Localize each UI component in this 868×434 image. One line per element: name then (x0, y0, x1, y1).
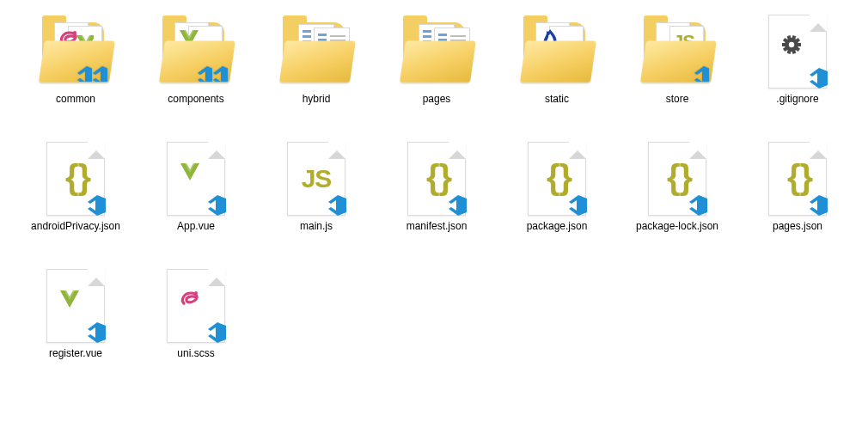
item-label: pages (385, 93, 488, 105)
file-icon (157, 266, 235, 345)
item-label: components (144, 93, 248, 105)
item-label: pages.json (746, 220, 849, 232)
vscode-badge-icon (205, 193, 228, 218)
item-label: package-lock.json (626, 220, 729, 232)
item-label: androidPrivacy.json (24, 220, 127, 232)
svg-point-12 (789, 41, 794, 46)
item-label: store (626, 93, 729, 105)
folder-item[interactable]: static (497, 12, 617, 139)
item-label: static (505, 93, 608, 105)
svg-point-13 (194, 291, 198, 295)
vscode-badge-icon (195, 64, 212, 84)
file-item[interactable]: { }package-lock.json (617, 139, 737, 266)
item-label: manifest.json (385, 220, 488, 232)
file-item[interactable]: { }manifest.json (376, 139, 497, 266)
file-item[interactable]: .gitignore (737, 12, 858, 139)
file-item[interactable]: App.vue (136, 139, 256, 266)
file-icon: { } (398, 139, 475, 218)
folder-item[interactable]: pages (376, 12, 497, 139)
sass-icon (179, 288, 213, 325)
vscode-badge-icon (687, 193, 709, 218)
vscode-badge-icon (90, 64, 107, 84)
js-icon: JS (302, 164, 332, 193)
vscode-badge-icon (807, 66, 829, 91)
folder-icon: JS (639, 12, 716, 91)
vscode-badge-icon (326, 193, 348, 218)
vscode-badge-icon (692, 64, 709, 84)
file-item[interactable]: { }package.json (497, 139, 617, 266)
vue-icon (179, 161, 213, 198)
folder-icon (278, 12, 355, 91)
folder-item[interactable]: common (15, 12, 136, 139)
item-label: .gitignore (746, 93, 849, 105)
file-icon (157, 139, 235, 218)
folder-icon (518, 12, 596, 91)
vscode-badge-icon (85, 193, 107, 218)
file-icon (759, 12, 836, 91)
folder-item[interactable]: components (136, 12, 256, 139)
json-icon: { } (65, 158, 86, 197)
item-label: hybrid (265, 93, 368, 105)
folder-item[interactable]: JSstore (617, 12, 737, 139)
file-item[interactable]: { }androidPrivacy.json (15, 139, 136, 266)
vue-icon (58, 288, 93, 325)
icon-grid: commoncomponentshybridpagesstaticJSstore… (15, 12, 868, 394)
file-icon (37, 266, 114, 345)
folder-icon (398, 12, 475, 91)
file-item[interactable]: uni.scss (136, 266, 256, 394)
folder-icon (37, 12, 114, 91)
vscode-badge-icon (566, 193, 589, 218)
item-label: main.js (265, 220, 368, 232)
json-icon: { } (547, 158, 567, 197)
file-item[interactable]: { }pages.json (737, 139, 858, 266)
item-label: uni.scss (144, 347, 248, 359)
file-icon: { } (639, 139, 716, 218)
item-label: common (24, 93, 127, 105)
file-item[interactable]: register.vue (15, 266, 136, 394)
file-icon: { } (759, 139, 836, 218)
file-icon: { } (37, 139, 114, 218)
file-icon: { } (518, 139, 596, 218)
json-icon: { } (787, 158, 808, 197)
item-label: package.json (505, 220, 608, 232)
vscode-badge-icon (85, 321, 107, 345)
folder-item[interactable]: hybrid (256, 12, 376, 139)
vscode-badge-icon (446, 193, 468, 218)
json-icon: { } (667, 158, 688, 197)
vscode-badge-icon (211, 64, 228, 84)
file-icon: JS (278, 139, 355, 218)
file-item[interactable]: JSmain.js (256, 139, 376, 266)
item-label: register.vue (24, 347, 127, 359)
gear-icon (780, 34, 815, 70)
vscode-badge-icon (205, 321, 228, 345)
vscode-badge-icon (75, 64, 92, 84)
item-label: App.vue (144, 220, 248, 232)
vscode-badge-icon (807, 193, 829, 218)
file-explorer-view: commoncomponentshybridpagesstaticJSstore… (0, 0, 868, 434)
folder-icon (157, 12, 235, 91)
json-icon: { } (426, 158, 447, 197)
